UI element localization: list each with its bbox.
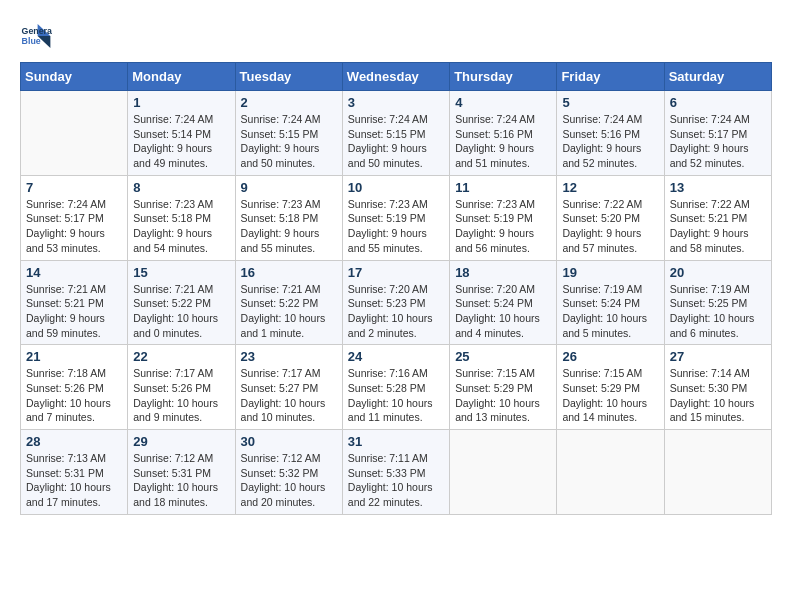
day-info: Sunrise: 7:22 AM Sunset: 5:20 PM Dayligh…: [562, 197, 658, 256]
day-info: Sunrise: 7:21 AM Sunset: 5:22 PM Dayligh…: [133, 282, 229, 341]
column-header-tuesday: Tuesday: [235, 63, 342, 91]
day-info: Sunrise: 7:19 AM Sunset: 5:24 PM Dayligh…: [562, 282, 658, 341]
logo: General Blue: [20, 20, 56, 52]
calendar-week-4: 21Sunrise: 7:18 AM Sunset: 5:26 PM Dayli…: [21, 345, 772, 430]
column-header-sunday: Sunday: [21, 63, 128, 91]
day-number: 21: [26, 349, 122, 364]
day-number: 1: [133, 95, 229, 110]
day-number: 4: [455, 95, 551, 110]
day-info: Sunrise: 7:20 AM Sunset: 5:23 PM Dayligh…: [348, 282, 444, 341]
calendar-cell: 5Sunrise: 7:24 AM Sunset: 5:16 PM Daylig…: [557, 91, 664, 176]
day-info: Sunrise: 7:23 AM Sunset: 5:18 PM Dayligh…: [241, 197, 337, 256]
calendar-cell: 8Sunrise: 7:23 AM Sunset: 5:18 PM Daylig…: [128, 175, 235, 260]
day-info: Sunrise: 7:15 AM Sunset: 5:29 PM Dayligh…: [562, 366, 658, 425]
calendar-week-1: 1Sunrise: 7:24 AM Sunset: 5:14 PM Daylig…: [21, 91, 772, 176]
day-info: Sunrise: 7:16 AM Sunset: 5:28 PM Dayligh…: [348, 366, 444, 425]
day-number: 29: [133, 434, 229, 449]
calendar-cell: 25Sunrise: 7:15 AM Sunset: 5:29 PM Dayli…: [450, 345, 557, 430]
calendar-cell: 27Sunrise: 7:14 AM Sunset: 5:30 PM Dayli…: [664, 345, 771, 430]
day-info: Sunrise: 7:22 AM Sunset: 5:21 PM Dayligh…: [670, 197, 766, 256]
day-number: 2: [241, 95, 337, 110]
day-number: 20: [670, 265, 766, 280]
day-info: Sunrise: 7:23 AM Sunset: 5:19 PM Dayligh…: [348, 197, 444, 256]
logo-icon: General Blue: [20, 20, 52, 52]
day-info: Sunrise: 7:21 AM Sunset: 5:21 PM Dayligh…: [26, 282, 122, 341]
day-number: 23: [241, 349, 337, 364]
day-number: 22: [133, 349, 229, 364]
day-info: Sunrise: 7:12 AM Sunset: 5:32 PM Dayligh…: [241, 451, 337, 510]
day-number: 9: [241, 180, 337, 195]
day-number: 10: [348, 180, 444, 195]
day-info: Sunrise: 7:24 AM Sunset: 5:17 PM Dayligh…: [26, 197, 122, 256]
day-info: Sunrise: 7:17 AM Sunset: 5:27 PM Dayligh…: [241, 366, 337, 425]
calendar-cell: 10Sunrise: 7:23 AM Sunset: 5:19 PM Dayli…: [342, 175, 449, 260]
calendar-cell: 21Sunrise: 7:18 AM Sunset: 5:26 PM Dayli…: [21, 345, 128, 430]
column-header-monday: Monday: [128, 63, 235, 91]
day-info: Sunrise: 7:13 AM Sunset: 5:31 PM Dayligh…: [26, 451, 122, 510]
calendar-table: SundayMondayTuesdayWednesdayThursdayFrid…: [20, 62, 772, 515]
calendar-cell: 26Sunrise: 7:15 AM Sunset: 5:29 PM Dayli…: [557, 345, 664, 430]
calendar-header: SundayMondayTuesdayWednesdayThursdayFrid…: [21, 63, 772, 91]
day-info: Sunrise: 7:11 AM Sunset: 5:33 PM Dayligh…: [348, 451, 444, 510]
header-row: SundayMondayTuesdayWednesdayThursdayFrid…: [21, 63, 772, 91]
day-number: 8: [133, 180, 229, 195]
calendar-cell: 7Sunrise: 7:24 AM Sunset: 5:17 PM Daylig…: [21, 175, 128, 260]
calendar-cell: 18Sunrise: 7:20 AM Sunset: 5:24 PM Dayli…: [450, 260, 557, 345]
calendar-cell: 29Sunrise: 7:12 AM Sunset: 5:31 PM Dayli…: [128, 430, 235, 515]
page-header: General Blue: [20, 20, 772, 52]
day-number: 13: [670, 180, 766, 195]
calendar-cell: 28Sunrise: 7:13 AM Sunset: 5:31 PM Dayli…: [21, 430, 128, 515]
column-header-friday: Friday: [557, 63, 664, 91]
calendar-cell: [664, 430, 771, 515]
column-header-saturday: Saturday: [664, 63, 771, 91]
day-number: 31: [348, 434, 444, 449]
day-number: 28: [26, 434, 122, 449]
day-number: 16: [241, 265, 337, 280]
day-info: Sunrise: 7:23 AM Sunset: 5:19 PM Dayligh…: [455, 197, 551, 256]
calendar-cell: 1Sunrise: 7:24 AM Sunset: 5:14 PM Daylig…: [128, 91, 235, 176]
day-number: 15: [133, 265, 229, 280]
day-number: 26: [562, 349, 658, 364]
calendar-week-5: 28Sunrise: 7:13 AM Sunset: 5:31 PM Dayli…: [21, 430, 772, 515]
day-number: 5: [562, 95, 658, 110]
calendar-cell: 14Sunrise: 7:21 AM Sunset: 5:21 PM Dayli…: [21, 260, 128, 345]
calendar-cell: 11Sunrise: 7:23 AM Sunset: 5:19 PM Dayli…: [450, 175, 557, 260]
day-info: Sunrise: 7:19 AM Sunset: 5:25 PM Dayligh…: [670, 282, 766, 341]
calendar-cell: 3Sunrise: 7:24 AM Sunset: 5:15 PM Daylig…: [342, 91, 449, 176]
day-info: Sunrise: 7:20 AM Sunset: 5:24 PM Dayligh…: [455, 282, 551, 341]
day-info: Sunrise: 7:23 AM Sunset: 5:18 PM Dayligh…: [133, 197, 229, 256]
calendar-cell: [21, 91, 128, 176]
calendar-cell: 19Sunrise: 7:19 AM Sunset: 5:24 PM Dayli…: [557, 260, 664, 345]
day-number: 17: [348, 265, 444, 280]
calendar-cell: 6Sunrise: 7:24 AM Sunset: 5:17 PM Daylig…: [664, 91, 771, 176]
calendar-cell: 22Sunrise: 7:17 AM Sunset: 5:26 PM Dayli…: [128, 345, 235, 430]
calendar-cell: 17Sunrise: 7:20 AM Sunset: 5:23 PM Dayli…: [342, 260, 449, 345]
calendar-cell: 13Sunrise: 7:22 AM Sunset: 5:21 PM Dayli…: [664, 175, 771, 260]
calendar-cell: 12Sunrise: 7:22 AM Sunset: 5:20 PM Dayli…: [557, 175, 664, 260]
svg-text:General: General: [22, 26, 52, 36]
day-number: 6: [670, 95, 766, 110]
day-number: 14: [26, 265, 122, 280]
day-info: Sunrise: 7:14 AM Sunset: 5:30 PM Dayligh…: [670, 366, 766, 425]
day-info: Sunrise: 7:18 AM Sunset: 5:26 PM Dayligh…: [26, 366, 122, 425]
day-number: 19: [562, 265, 658, 280]
calendar-cell: [557, 430, 664, 515]
calendar-cell: 2Sunrise: 7:24 AM Sunset: 5:15 PM Daylig…: [235, 91, 342, 176]
day-number: 27: [670, 349, 766, 364]
calendar-cell: [450, 430, 557, 515]
calendar-week-2: 7Sunrise: 7:24 AM Sunset: 5:17 PM Daylig…: [21, 175, 772, 260]
day-info: Sunrise: 7:24 AM Sunset: 5:14 PM Dayligh…: [133, 112, 229, 171]
calendar-cell: 31Sunrise: 7:11 AM Sunset: 5:33 PM Dayli…: [342, 430, 449, 515]
calendar-cell: 20Sunrise: 7:19 AM Sunset: 5:25 PM Dayli…: [664, 260, 771, 345]
calendar-cell: 4Sunrise: 7:24 AM Sunset: 5:16 PM Daylig…: [450, 91, 557, 176]
day-info: Sunrise: 7:12 AM Sunset: 5:31 PM Dayligh…: [133, 451, 229, 510]
calendar-cell: 9Sunrise: 7:23 AM Sunset: 5:18 PM Daylig…: [235, 175, 342, 260]
day-number: 30: [241, 434, 337, 449]
column-header-thursday: Thursday: [450, 63, 557, 91]
svg-text:Blue: Blue: [22, 36, 41, 46]
day-number: 7: [26, 180, 122, 195]
day-info: Sunrise: 7:17 AM Sunset: 5:26 PM Dayligh…: [133, 366, 229, 425]
calendar-cell: 30Sunrise: 7:12 AM Sunset: 5:32 PM Dayli…: [235, 430, 342, 515]
day-info: Sunrise: 7:24 AM Sunset: 5:15 PM Dayligh…: [241, 112, 337, 171]
day-number: 3: [348, 95, 444, 110]
